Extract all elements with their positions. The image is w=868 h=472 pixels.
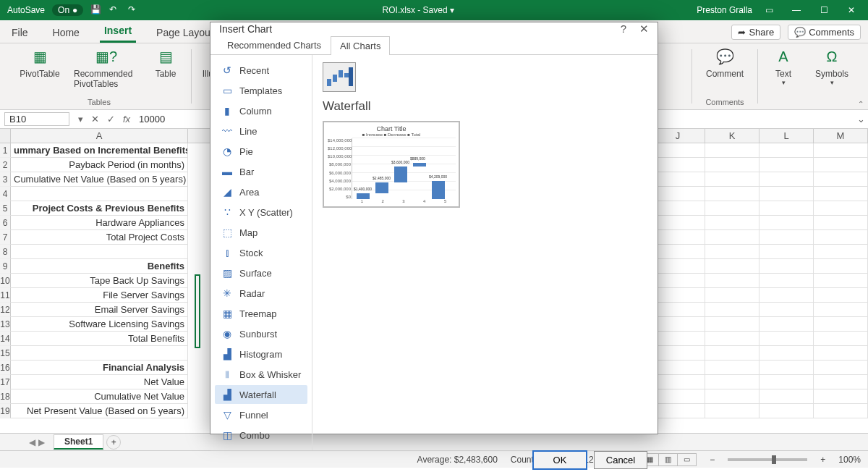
cancel-button[interactable]: Cancel <box>594 451 647 469</box>
minimize-icon[interactable]: — <box>786 5 807 15</box>
chart-type-treemap[interactable]: ▦Treemap <box>215 304 307 323</box>
waterfall-subtype-thumb[interactable] <box>323 62 356 92</box>
row-header[interactable]: 5 <box>0 201 11 216</box>
row-header[interactable]: 2 <box>0 158 11 172</box>
cell[interactable] <box>814 404 868 418</box>
row-header[interactable]: 14 <box>0 332 11 346</box>
cell[interactable] <box>814 158 868 172</box>
cell[interactable] <box>705 404 760 418</box>
tab-insert[interactable]: Insert <box>100 20 136 43</box>
chart-type-surface[interactable]: ▨Surface <box>215 264 307 282</box>
cell[interactable] <box>651 375 705 389</box>
cell[interactable] <box>651 201 705 216</box>
chart-type-combo[interactable]: ◫Combo <box>215 426 307 444</box>
comments-button[interactable]: 💬 Comments <box>788 25 861 40</box>
chart-type-column[interactable]: ▮Column <box>215 101 307 120</box>
ribbon-display-icon[interactable]: ▭ <box>758 5 780 15</box>
autosave-toggle[interactable]: On ● <box>52 4 83 16</box>
cell[interactable] <box>814 303 868 317</box>
cell[interactable]: Net Present Value (Based on 5 years) <box>11 404 188 418</box>
row-header[interactable]: 4 <box>0 187 11 201</box>
cell[interactable] <box>814 389 868 404</box>
cell[interactable]: Hardware Appliances <box>11 216 188 230</box>
cell[interactable] <box>814 361 868 375</box>
cell[interactable] <box>11 346 188 361</box>
cell[interactable]: Cumulative Net Value <box>11 389 188 404</box>
cell[interactable] <box>814 317 868 332</box>
cell[interactable]: Total Project Costs <box>11 230 188 245</box>
row-header[interactable]: 9 <box>0 259 11 274</box>
cell[interactable]: Financial Analysis <box>11 361 188 375</box>
chart-type-funnel[interactable]: ▽Funnel <box>215 405 307 424</box>
cell[interactable] <box>11 245 188 259</box>
cell[interactable] <box>760 245 814 259</box>
select-all-corner[interactable] <box>0 129 11 143</box>
cell[interactable] <box>760 361 814 375</box>
cell[interactable] <box>705 158 760 172</box>
cell[interactable] <box>705 274 760 288</box>
cell[interactable] <box>814 332 868 346</box>
row-header[interactable]: 10 <box>0 274 11 288</box>
view-page-layout-icon[interactable]: ▥ <box>659 453 678 466</box>
cell[interactable]: Tape Back Up Savings <box>11 274 188 288</box>
row-header[interactable]: 12 <box>0 303 11 317</box>
chart-type-x-y-scatter-[interactable]: ∵X Y (Scatter) <box>215 203 307 222</box>
cell[interactable] <box>814 346 868 361</box>
add-sheet-button[interactable]: + <box>106 435 121 450</box>
cell[interactable] <box>814 201 868 216</box>
cell[interactable]: Software Licensing Savings <box>11 317 188 332</box>
chart-preview[interactable]: Chart Title ■ Increase ■ Decrease ■ Tota… <box>323 121 460 208</box>
cell[interactable] <box>651 303 705 317</box>
recommended-pivottables-button[interactable]: ▦?Recommended PivotTables <box>74 46 139 89</box>
cell[interactable] <box>760 317 814 332</box>
col-header[interactable]: M <box>814 129 868 143</box>
cell[interactable] <box>760 303 814 317</box>
cell[interactable] <box>760 404 814 418</box>
cell[interactable] <box>705 187 760 201</box>
cell[interactable] <box>760 389 814 404</box>
cell[interactable] <box>705 317 760 332</box>
tab-page-layout[interactable]: Page Layout <box>152 22 218 43</box>
cell[interactable] <box>651 230 705 245</box>
cell[interactable]: Cumulative Net Value (Based on 5 years) <box>11 172 188 187</box>
cell[interactable] <box>651 143 705 158</box>
row-header[interactable]: 7 <box>0 230 11 245</box>
row-header[interactable]: 6 <box>0 216 11 230</box>
cell[interactable] <box>814 245 868 259</box>
fx-icon[interactable]: fx <box>119 114 135 125</box>
cell[interactable] <box>760 187 814 201</box>
undo-icon[interactable]: ↶ <box>109 4 121 16</box>
cell[interactable] <box>651 259 705 274</box>
cell[interactable] <box>651 404 705 418</box>
cell[interactable] <box>705 201 760 216</box>
cell[interactable] <box>814 143 868 158</box>
cell[interactable] <box>651 288 705 303</box>
share-button[interactable]: ➦ Share <box>731 25 780 40</box>
row-header[interactable]: 19 <box>0 404 11 418</box>
cell[interactable]: Payback Period (in months) <box>11 158 188 172</box>
chart-type-map[interactable]: ⬚Map <box>215 223 307 242</box>
name-box[interactable]: B10 <box>4 112 69 126</box>
chart-type-templates[interactable]: ▭Templates <box>215 81 307 100</box>
cell[interactable] <box>705 259 760 274</box>
cell[interactable] <box>705 389 760 404</box>
dialog-tab-all-charts[interactable]: All Charts <box>331 36 390 55</box>
cell[interactable] <box>760 201 814 216</box>
cell[interactable] <box>760 332 814 346</box>
dialog-help-icon[interactable]: ? <box>621 22 626 35</box>
cell[interactable]: Benefits <box>11 259 188 274</box>
maximize-icon[interactable]: ☐ <box>813 5 835 15</box>
save-icon[interactable]: 💾 <box>90 4 102 16</box>
cancel-formula-icon[interactable]: ✕ <box>87 114 103 125</box>
cell[interactable] <box>760 172 814 187</box>
cell[interactable] <box>651 389 705 404</box>
row-header[interactable]: 17 <box>0 375 11 389</box>
redo-icon[interactable]: ↷ <box>128 4 140 16</box>
zoom-slider[interactable] <box>728 458 807 461</box>
dialog-close-icon[interactable]: ✕ <box>639 22 649 35</box>
sheet-nav-next-icon[interactable]: ▶ <box>38 437 45 447</box>
cell[interactable]: Project Costs & Previous Benefits <box>11 201 188 216</box>
cell[interactable] <box>705 230 760 245</box>
cell[interactable] <box>651 274 705 288</box>
cell[interactable] <box>760 274 814 288</box>
